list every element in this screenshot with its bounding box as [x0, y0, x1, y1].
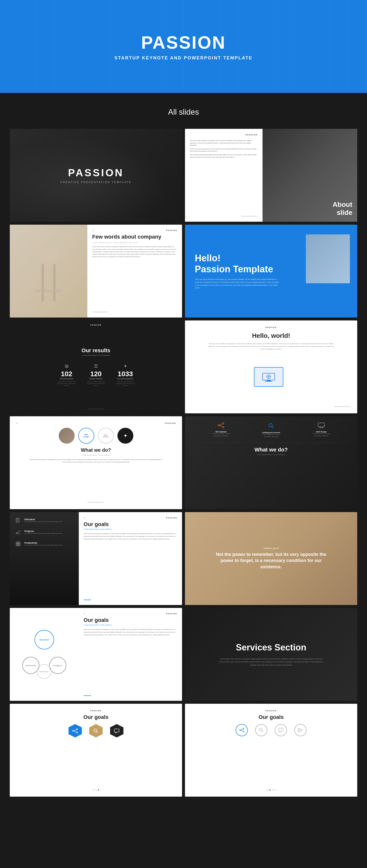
slide-4[interactable]: Hello! Passion Template There are many v…	[185, 225, 357, 317]
search-icon	[246, 423, 296, 430]
slide-3-page: 01	[92, 229, 94, 231]
slide-7[interactable]: 01 PASSION Webdesign Infosearch ✦ What w…	[10, 416, 182, 509]
svg-line-17	[272, 427, 274, 428]
chat-hex-icon	[114, 728, 120, 733]
svg-point-11	[222, 423, 224, 424]
svg-point-30	[77, 728, 78, 730]
seo-icon	[196, 423, 246, 430]
svg-rect-6	[267, 380, 271, 381]
svg-rect-47	[279, 728, 283, 731]
svg-line-43	[241, 729, 243, 731]
svg-line-14	[220, 424, 222, 425]
slide-10[interactable]: Stephen Quick Not the power to remember,…	[185, 512, 357, 605]
goal-education: Education Lorem ipsum dolor sit amet con…	[15, 517, 74, 524]
svg-line-46	[262, 731, 263, 732]
productivity-icon	[15, 540, 22, 547]
slide-7-page: 01	[16, 423, 18, 424]
dot-2	[95, 789, 97, 790]
slide-8-heading: What we do?	[191, 446, 351, 453]
svg-rect-22	[16, 518, 19, 522]
slide-3-heading: Few words about company	[92, 234, 177, 240]
slide-6-body: There are many variations of passages of…	[207, 342, 335, 350]
chat-circle-icon	[278, 728, 284, 733]
slide-13[interactable]: PASSION Our goals	[10, 704, 182, 797]
slide-3-logo-row: 01 PASSION	[92, 229, 177, 231]
slide-14-dots	[191, 789, 351, 790]
slide-4-body: There are many variations of passages of…	[195, 278, 279, 290]
slide-13-logo: PASSION	[16, 710, 176, 712]
progress-icon	[15, 529, 22, 535]
slide-11[interactable]: Education Successful Progress Extension …	[10, 608, 182, 701]
icon-search-circle	[255, 724, 267, 736]
goal-productivity-label: Productivity	[25, 542, 63, 544]
icon-share-circle	[235, 724, 248, 736]
dot-3	[98, 789, 99, 790]
uiux-icon	[296, 423, 346, 430]
circle-web-design: Webdesign	[78, 428, 94, 444]
svg-line-44	[241, 730, 243, 731]
svg-point-35	[94, 729, 97, 732]
slide-6-logo: PASSION	[191, 327, 351, 328]
success-label: Looking your success	[246, 432, 296, 433]
slide-3-sub: A FEW WORDS ABOUT YOUR COMPANY AND TEAM	[92, 242, 177, 244]
slide-1[interactable]: PASSION CREATIVE PRESENTATION TEMPLATE	[10, 129, 182, 222]
uiux-sub: Lorem ipsum dolor sit ametconsectetur ad…	[296, 433, 346, 437]
success-sub: Lorem ipsum dolor sit ametconsectetur ad…	[246, 433, 296, 438]
circle-education: Education	[34, 630, 54, 649]
svg-line-50	[298, 730, 303, 732]
slide-13-heading: Our goals	[16, 714, 176, 720]
svg-rect-18	[318, 423, 324, 427]
slide-2-logo: PASSION	[190, 134, 258, 136]
uiux-label: UI/UX Design	[296, 431, 346, 433]
slide-5-url: www.presentationfile.com	[88, 408, 104, 410]
slide-4-window-graphic	[306, 235, 350, 283]
goal-progress: Progress Lorem ipsum dolor sit amet cons…	[15, 529, 74, 535]
svg-point-13	[218, 425, 220, 426]
svg-line-15	[220, 425, 222, 427]
slide-2[interactable]: PASSION There are many variations of pas…	[185, 129, 357, 222]
svg-rect-29	[18, 544, 20, 546]
circle-photo	[59, 428, 75, 444]
slide-2-para3: Many desktop publishing packages and web…	[190, 154, 258, 158]
slide-9-logo: PASSION	[166, 517, 177, 519]
slide-11-accent	[84, 695, 91, 696]
slide-13-icons	[16, 724, 176, 738]
goal-progress-label: Progress	[25, 530, 63, 532]
slide-9-body: There are many variations of passages of…	[84, 532, 177, 540]
slide-10-quote: Not the power to remember, but its very …	[210, 552, 332, 570]
slide-5-logo: PASSION	[90, 324, 102, 326]
main-content: All slides PASSION CREATIVE PRESENTATION…	[0, 93, 367, 816]
svg-point-16	[269, 424, 272, 427]
chair-illustration	[10, 225, 87, 317]
slide-3-body: Lorem ipsum dolor sit amet, consectetur …	[92, 245, 177, 258]
slide-9-left: Education Lorem ipsum dolor sit amet con…	[10, 512, 79, 605]
slide-14[interactable]: PASSION Our goals	[185, 704, 357, 797]
svg-line-51	[298, 728, 303, 730]
share-icon-svg	[217, 423, 225, 429]
hero-subtitle: STARTUP KEYNOTE AND POWERPOINT TEMPLATE	[114, 56, 253, 61]
circles-diagram: Education Successful Progress Extension	[22, 630, 66, 679]
circle-info-search: Infosearch	[98, 428, 114, 444]
slide-6[interactable]: PASSION Hello, world! There are many var…	[185, 320, 357, 413]
slide-14-heading: Our goals	[191, 714, 351, 720]
slide-10-name: Stephen Quick	[263, 547, 279, 550]
slide-6-url: www.presentationfile.com	[191, 406, 351, 407]
slide-9-heading: Our goals	[84, 521, 177, 527]
box-icon-svg	[16, 541, 21, 547]
slide-2-left: PASSION There are many variations of pas…	[185, 129, 262, 222]
slide-3-right: 01 PASSION Few words about company A FEW…	[87, 225, 182, 317]
slide-9[interactable]: Education Lorem ipsum dolor sit amet con…	[10, 512, 182, 605]
slide-7-logo: PASSION	[165, 423, 176, 424]
svg-rect-28	[16, 544, 18, 546]
svg-point-32	[73, 730, 74, 731]
slide-8[interactable]: SEO Optimize Lorem ipsum dolor sit ametc…	[185, 416, 357, 509]
slide-9-sub: A FEW WORDS ABOUT YOUR COMPANY	[84, 528, 177, 530]
hex-share	[68, 724, 82, 738]
slide-2-para2: All the Lorem Ipsum generators on the In…	[190, 148, 258, 153]
education-icon	[15, 517, 22, 524]
svg-rect-37	[114, 729, 119, 732]
slide-5[interactable]: PASSION Our results A FEW WORDS ABOUT YO…	[10, 320, 182, 413]
slide-3[interactable]: 01 PASSION Few words about company A FEW…	[10, 225, 182, 317]
slide-12[interactable]: Services Section Lorem ipsum dolor sit a…	[185, 608, 357, 701]
slide-9-logo-row: 01 PASSION	[84, 517, 177, 519]
